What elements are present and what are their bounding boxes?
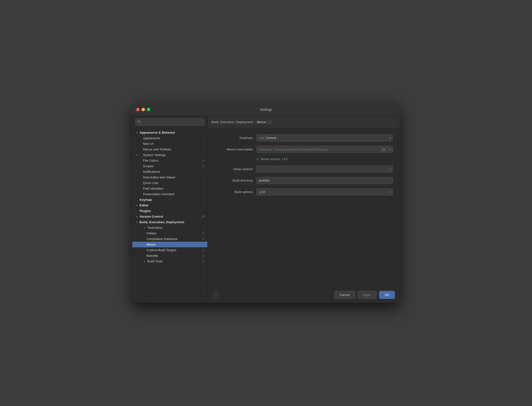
sidebar-item-label: Editor	[140, 203, 149, 207]
sidebar-item-label: Presentation Assistant	[143, 192, 174, 196]
sidebar-item-label: CMake	[146, 231, 156, 235]
sidebar-item-label: Menus and Toolbars	[143, 148, 171, 151]
main-panel: Build, Execution, Deployment › Meson ⊟ ←…	[208, 116, 400, 303]
spacer	[135, 137, 139, 140]
sidebar-item-makefile[interactable]: Makefile ⊟	[132, 253, 207, 258]
chevron-icon	[135, 131, 139, 134]
sidebar-item-label: Path Variables	[143, 187, 163, 190]
sidebar-item-cmake[interactable]: CMake ⊟	[132, 231, 207, 236]
maximize-button[interactable]	[147, 108, 150, 111]
expand-icon[interactable]: ⤢	[389, 167, 391, 171]
sidebar-item-build-tools[interactable]: Build Tools ⊟	[132, 258, 207, 264]
window-icon: ⊟	[268, 120, 272, 124]
sidebar-item-notifications[interactable]: Notifications	[132, 169, 207, 175]
expand-icon[interactable]: ⤢	[389, 190, 391, 194]
sidebar-item-new-ui[interactable]: New UI	[132, 141, 207, 147]
sidebar-item-label: Appearance & Behavior	[140, 131, 175, 134]
minimize-button[interactable]	[142, 108, 145, 111]
nav-forward-button[interactable]: →	[390, 120, 396, 125]
sidebar-item-label: Makefile	[146, 254, 158, 258]
panel-footer: ? Cancel Apply OK	[208, 287, 400, 303]
sidebar-item-label: Keymap	[140, 198, 152, 202]
sidebar-item-label: Custom Build Targets	[146, 248, 176, 252]
sidebar-item-menus-toolbars[interactable]: Menus and Toolbars	[132, 147, 207, 152]
toolchain-label: Toolchain:	[214, 136, 253, 140]
chevron-icon	[135, 204, 139, 207]
spacer	[135, 176, 139, 179]
sidebar-item-label: New UI	[143, 142, 153, 146]
dropdown-button[interactable]: ▾	[387, 146, 393, 152]
db-icon: ⊟	[202, 254, 204, 257]
sidebar-item-file-colors[interactable]: File Colors ⊟	[132, 158, 207, 163]
build-options-input-wrap: ⤢	[256, 188, 393, 195]
sidebar-item-label: Build Tools	[147, 259, 163, 263]
browse-button[interactable]	[380, 146, 387, 153]
sidebar-item-label: Meson	[146, 243, 156, 246]
close-button[interactable]	[136, 108, 140, 111]
toolchain-control: Use Default ▾	[256, 134, 393, 141]
sidebar-item-compilation-database[interactable]: Compilation Database ⊟	[132, 236, 207, 242]
apply-button[interactable]: Apply	[358, 291, 377, 299]
spacer	[135, 198, 139, 202]
db-icon: ⊟	[202, 249, 204, 252]
sidebar-item-label: Toolchains	[147, 226, 162, 230]
setup-options-label: Setup options:	[214, 167, 253, 171]
version-check: ✓ Meson version: 1.4.0	[256, 157, 393, 161]
setup-options-input[interactable]	[256, 166, 393, 173]
toolchain-select[interactable]: Use Default	[256, 134, 393, 141]
sidebar-item-plugins[interactable]: Plugins	[132, 208, 207, 214]
spacer	[135, 165, 139, 168]
search-wrap[interactable]	[135, 118, 204, 126]
settings-window: Settings Appear	[132, 103, 400, 303]
spacer	[135, 237, 139, 241]
sidebar-item-label: Scopes	[143, 164, 153, 168]
nav-back-button[interactable]: ←	[383, 120, 389, 125]
spacer	[135, 243, 139, 246]
sidebar-item-meson[interactable]: Meson ⊟	[132, 242, 207, 247]
panel-body: Toolchain: Use Default ▾ Meson executa	[208, 129, 400, 287]
sidebar-item-data-editor[interactable]: Data Editor and Viewer	[132, 175, 207, 180]
meson-exec-control: ▾	[256, 146, 393, 153]
sidebar-item-label: Appearance	[143, 136, 160, 140]
main-content: Appearance & Behavior Appearance New UI …	[132, 116, 400, 303]
build-directory-row: Build directory:	[214, 177, 393, 184]
build-directory-control	[256, 177, 393, 184]
nav-arrows: ← →	[383, 120, 396, 125]
sidebar-item-path-variables[interactable]: Path Variables	[132, 186, 207, 191]
window-title: Settings	[260, 108, 272, 111]
db-icon: ⊟	[202, 159, 204, 162]
meson-exec-label: Meson executable:	[214, 148, 253, 151]
ok-button[interactable]: OK	[379, 291, 395, 299]
version-text: Meson version: 1.4.0	[261, 157, 288, 161]
search-input[interactable]	[142, 120, 202, 124]
build-directory-input[interactable]	[256, 177, 393, 184]
sidebar-item-version-control[interactable]: Version Control ⊟	[132, 214, 207, 219]
sidebar-item-custom-build-targets[interactable]: Custom Build Targets ⊟	[132, 247, 207, 253]
db-icon: ⊟	[202, 232, 204, 235]
build-options-input[interactable]	[256, 188, 393, 195]
toolchain-use-text: Use	[259, 136, 265, 140]
sidebar-item-quick-lists[interactable]: Quick Lists	[132, 180, 207, 186]
db-icon: ⊟	[202, 260, 204, 263]
sidebar-item-presentation-assistant[interactable]: Presentation Assistant	[132, 191, 207, 197]
breadcrumb: Build, Execution, Deployment › Meson ⊟	[212, 120, 272, 124]
breadcrumb-parent: Build, Execution, Deployment	[212, 120, 253, 124]
sidebar-item-appearance[interactable]: Appearance	[132, 135, 207, 141]
sidebar-item-label: Data Editor and Viewer	[143, 175, 175, 179]
spacer	[135, 254, 139, 258]
cancel-button[interactable]: Cancel	[334, 291, 355, 299]
meson-exec-input[interactable]	[257, 146, 380, 153]
footer-actions: Cancel Apply OK	[334, 291, 395, 299]
sidebar-item-appearance-behavior[interactable]: Appearance & Behavior	[132, 130, 207, 135]
sidebar-item-editor[interactable]: Editor	[132, 203, 207, 208]
meson-exec-row: Meson executable: ▾	[214, 146, 393, 153]
sidebar-item-toolchains[interactable]: Toolchains	[132, 225, 207, 231]
sidebar-item-keymap[interactable]: Keymap	[132, 197, 207, 203]
sidebar-item-scopes[interactable]: Scopes ⊟	[132, 163, 207, 169]
sidebar-item-system-settings[interactable]: System Settings	[132, 152, 207, 158]
spacer	[135, 187, 139, 190]
sidebar-item-build-execution-deployment[interactable]: Build, Execution, Deployment	[132, 219, 207, 225]
breadcrumb-current: Meson	[257, 120, 266, 124]
spacer	[135, 170, 139, 174]
help-button[interactable]: ?	[213, 292, 219, 298]
